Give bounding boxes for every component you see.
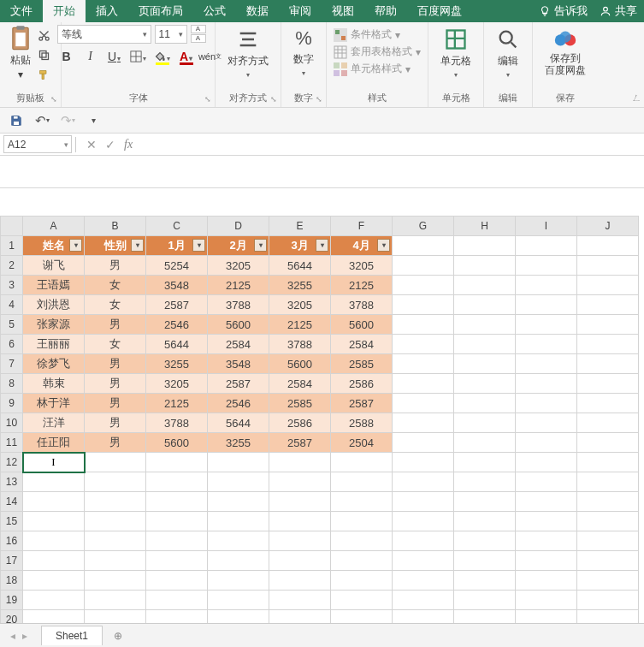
align-dialog-launcher[interactable]: ⤡ (269, 94, 279, 104)
cell[interactable] (393, 571, 454, 591)
paste-button[interactable]: 粘贴 ▾ (9, 25, 32, 83)
cell[interactable] (208, 492, 269, 512)
cell[interactable]: 5600 (146, 433, 208, 453)
row-header[interactable]: 15 (1, 512, 23, 531)
row-header[interactable]: 4 (1, 295, 23, 315)
menu-tab-layout[interactable]: 页面布局 (128, 0, 193, 22)
cell[interactable] (516, 433, 577, 453)
cells-button[interactable]: 单元格▾ (435, 25, 476, 81)
cell[interactable] (454, 610, 516, 624)
cell[interactable]: 2587 (331, 394, 393, 413)
column-header[interactable]: J (577, 217, 639, 236)
undo-button[interactable]: ↶ ▾ (32, 111, 51, 130)
menu-tab-formulas[interactable]: 公式 (193, 0, 236, 22)
column-header[interactable]: F (331, 217, 393, 236)
column-header[interactable]: A (23, 217, 85, 236)
border-button[interactable] (129, 47, 148, 66)
number-dialog-launcher[interactable]: ⤡ (314, 94, 324, 104)
table-header-cell[interactable]: 姓名▾ (23, 236, 85, 256)
cell[interactable]: 5644 (269, 256, 331, 276)
cell[interactable] (393, 236, 454, 256)
redo-button[interactable]: ↷ ▾ (58, 111, 77, 130)
save-button[interactable] (7, 111, 26, 130)
cell[interactable]: 5254 (146, 256, 208, 276)
cell[interactable] (331, 571, 393, 591)
cell[interactable] (269, 492, 331, 512)
cell[interactable]: 张家源 (23, 315, 85, 335)
cell[interactable] (23, 591, 85, 610)
row-header[interactable]: 8 (1, 374, 23, 394)
cell[interactable] (331, 610, 393, 624)
cell[interactable] (516, 335, 577, 354)
cell[interactable]: 3788 (269, 335, 331, 354)
cell[interactable]: 任正阳 (23, 433, 85, 453)
table-format-button[interactable]: 套用表格格式 ▾ (334, 45, 421, 59)
cell[interactable] (23, 492, 85, 512)
column-header[interactable]: B (85, 217, 146, 236)
cell[interactable] (454, 512, 516, 531)
increase-font-button[interactable]: A (191, 25, 206, 33)
cell[interactable]: 男 (85, 256, 146, 276)
cell[interactable] (393, 433, 454, 453)
cell[interactable] (393, 276, 454, 295)
cell[interactable] (85, 591, 146, 610)
cell[interactable] (23, 551, 85, 571)
cell[interactable] (331, 551, 393, 571)
fill-color-button[interactable] (153, 47, 172, 66)
cut-button[interactable] (36, 27, 53, 44)
column-header[interactable]: D (208, 217, 269, 236)
italic-button[interactable]: I (81, 47, 100, 66)
menu-tab-view[interactable]: 视图 (322, 0, 364, 22)
cell[interactable] (516, 492, 577, 512)
sheet-tab-active[interactable]: Sheet1 (41, 626, 103, 645)
cell[interactable] (146, 571, 208, 591)
cell[interactable]: 2584 (208, 335, 269, 354)
table-header-cell[interactable]: 4月▾ (331, 236, 393, 256)
cell[interactable] (269, 512, 331, 531)
cell[interactable] (85, 531, 146, 551)
cell[interactable] (23, 472, 85, 492)
cell[interactable] (454, 453, 516, 472)
table-header-cell[interactable]: 性别▾ (85, 236, 146, 256)
cell[interactable] (516, 276, 577, 295)
row-header[interactable]: 6 (1, 335, 23, 354)
cell[interactable]: 2588 (331, 413, 393, 433)
cell[interactable]: 3205 (331, 256, 393, 276)
cell[interactable] (577, 394, 639, 413)
column-header[interactable]: I (516, 217, 577, 236)
filter-button[interactable]: ▾ (192, 239, 205, 252)
tell-me-button[interactable]: 告诉我 (539, 3, 588, 19)
cell[interactable] (208, 472, 269, 492)
cell[interactable] (331, 531, 393, 551)
filter-button[interactable]: ▾ (131, 239, 144, 252)
cell[interactable]: 2584 (269, 374, 331, 394)
cell[interactable] (516, 453, 577, 472)
cell[interactable]: 徐梦飞 (23, 354, 85, 374)
cell[interactable] (85, 492, 146, 512)
cell[interactable] (208, 512, 269, 531)
cell[interactable] (393, 453, 454, 472)
row-header[interactable]: 19 (1, 591, 23, 610)
cell[interactable] (454, 276, 516, 295)
cell[interactable]: 2546 (208, 394, 269, 413)
menu-tab-help[interactable]: 帮助 (364, 0, 407, 22)
cell[interactable] (516, 610, 577, 624)
cell[interactable] (577, 571, 639, 591)
row-header[interactable]: 14 (1, 492, 23, 512)
cell[interactable] (454, 236, 516, 256)
cell[interactable]: 男 (85, 374, 146, 394)
cell[interactable] (577, 374, 639, 394)
cell[interactable]: 女 (85, 295, 146, 315)
cell[interactable] (577, 492, 639, 512)
cell[interactable]: 2125 (208, 276, 269, 295)
column-header[interactable]: G (393, 217, 454, 236)
cell[interactable]: 谢飞 (23, 256, 85, 276)
cell[interactable] (269, 571, 331, 591)
underline-button[interactable]: U (105, 47, 124, 66)
cell[interactable] (577, 413, 639, 433)
share-button[interactable]: 共享 (600, 3, 637, 19)
cell[interactable] (454, 571, 516, 591)
row-header[interactable]: 1 (1, 236, 23, 256)
filter-button[interactable]: ▾ (69, 239, 82, 252)
cell[interactable] (331, 591, 393, 610)
